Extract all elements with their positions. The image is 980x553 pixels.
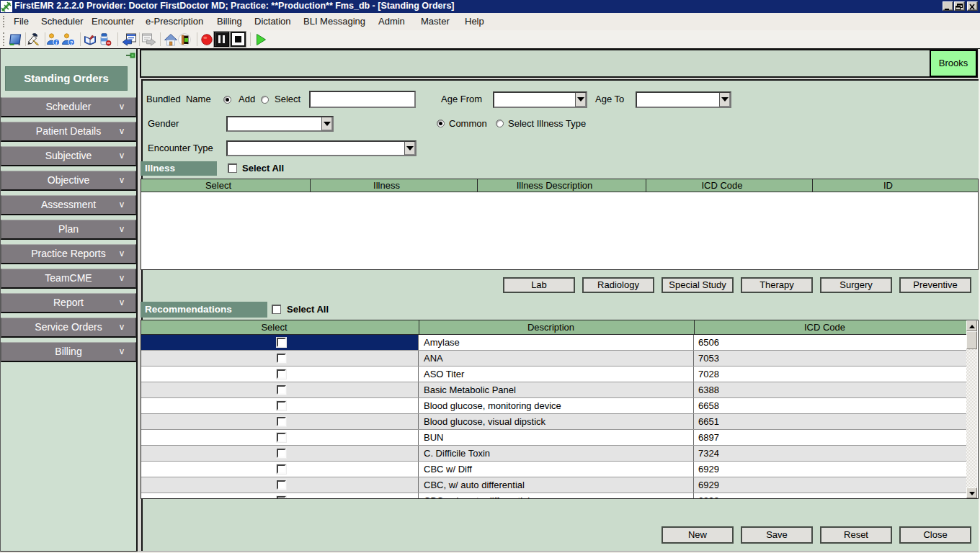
svg-text:?: ? [70,40,74,46]
